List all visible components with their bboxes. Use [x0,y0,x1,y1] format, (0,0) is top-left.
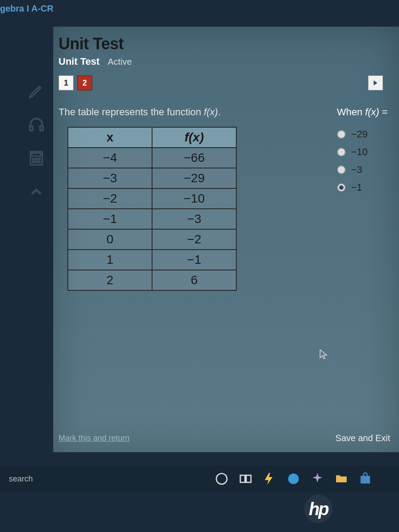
radio-icon [337,165,346,174]
svg-rect-1 [40,126,43,130]
table-row: 26 [68,270,236,290]
taskbar-icons [215,472,372,486]
answer-prompt-suffix: = [379,106,387,117]
svg-rect-11 [240,475,245,482]
radio-icon [337,148,346,156]
option-4[interactable]: −1 [337,182,399,193]
table-row: 1−1 [68,250,236,270]
taskbar-search[interactable]: search [9,474,133,484]
svg-point-13 [288,473,299,484]
svg-point-4 [33,158,34,160]
question-nav: 1 2 [53,72,399,99]
svg-point-8 [35,161,37,163]
mark-and-return-link[interactable]: Mark this and return [59,434,129,443]
svg-rect-12 [246,475,251,482]
svg-rect-14 [360,476,370,483]
answer-prompt-prefix: When [337,106,365,117]
option-label: −10 [351,146,368,158]
save-and-exit-button[interactable]: Save and Exit [336,433,390,443]
folder-icon[interactable] [334,472,348,486]
task-view-icon[interactable] [239,472,253,486]
function-table: x f(x) −4−66 −3−29 −2−10 −1−3 0−2 1−1 26 [67,127,237,291]
question-nav-2[interactable]: 2 [77,75,92,90]
answer-column: When f(x) = −29 −10 −3 −1 [337,106,399,200]
prompt-fn: f(x) [204,106,218,117]
test-header: Unit Test Unit Test Active [53,27,399,72]
svg-point-6 [39,158,40,160]
answer-prompt: When f(x) = [337,106,399,118]
tool-sidebar [23,80,50,203]
svg-rect-3 [32,153,41,156]
svg-point-10 [216,473,227,484]
course-label: gebra I A-CR [0,0,399,14]
table-row: −3−29 [68,168,236,188]
windows-taskbar[interactable]: search [0,466,399,492]
question-content: The table represents the function f(x). … [53,99,399,423]
hp-logo: hp [304,495,332,523]
sparkle-icon[interactable] [310,472,325,486]
test-title: Unit Test [59,35,394,53]
table-row: −2−10 [68,188,236,209]
test-subtitle-row: Unit Test Active [59,56,394,67]
table-header-x: x [68,127,152,148]
store-icon[interactable] [358,472,372,486]
test-subtitle: Unit Test [59,56,99,67]
option-2[interactable]: −10 [337,146,399,158]
calculator-icon[interactable] [25,147,47,169]
test-status: Active [108,57,132,66]
next-button[interactable] [368,75,383,90]
test-panel: Unit Test Unit Test Active 1 2 The table… [53,27,399,452]
option-label: −29 [351,129,368,140]
cursor-icon [319,349,328,363]
table-header-fx: f(x) [152,127,236,148]
table-row: −4−66 [68,148,236,168]
radio-icon [337,130,346,139]
svg-point-5 [35,158,37,160]
edge-icon[interactable] [286,472,301,486]
table-row: 0−2 [68,229,236,250]
table-row: −1−3 [68,209,236,229]
collapse-icon[interactable] [25,181,47,203]
prompt-suffix: . [218,106,221,117]
radio-icon [337,183,346,192]
option-label: −3 [351,164,362,176]
option-3[interactable]: −3 [337,164,399,176]
headphones-icon[interactable] [25,113,47,136]
question-footer: Mark this and return Save and Exit [59,433,390,443]
option-1[interactable]: −29 [337,129,399,140]
power-icon[interactable] [262,472,277,486]
answer-prompt-fn: f(x) [365,106,379,117]
pencil-icon[interactable] [25,80,47,102]
svg-rect-0 [30,126,33,130]
svg-point-9 [39,161,40,163]
option-label: −1 [351,182,362,193]
question-nav-1[interactable]: 1 [59,75,74,90]
svg-point-7 [33,161,34,163]
prompt-text: The table represents the function [59,106,204,117]
cortana-icon[interactable] [215,472,229,486]
